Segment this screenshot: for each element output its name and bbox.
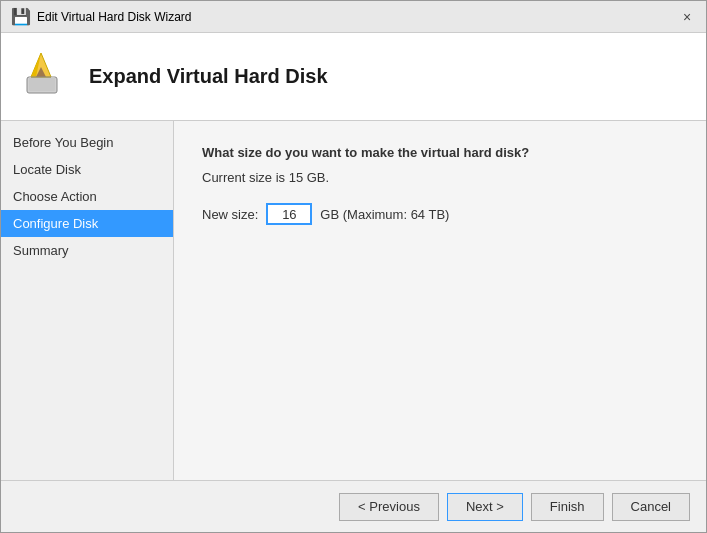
window-title: Edit Virtual Hard Disk Wizard [37, 10, 192, 24]
app-icon: 💾 [11, 7, 31, 26]
new-size-unit: GB (Maximum: 64 TB) [320, 207, 449, 222]
sidebar-item-configure-disk[interactable]: Configure Disk [1, 210, 173, 237]
content-area: Before You Begin Locate Disk Choose Acti… [1, 121, 706, 480]
sidebar: Before You Begin Locate Disk Choose Acti… [1, 121, 174, 480]
next-button[interactable]: Next > [447, 493, 523, 521]
sidebar-item-before-you-begin[interactable]: Before You Begin [1, 129, 173, 156]
sidebar-item-locate-disk[interactable]: Locate Disk [1, 156, 173, 183]
cancel-button[interactable]: Cancel [612, 493, 690, 521]
wizard-window: 💾 Edit Virtual Hard Disk Wizard × Expand… [0, 0, 707, 533]
svg-rect-1 [29, 77, 55, 91]
sidebar-item-choose-action[interactable]: Choose Action [1, 183, 173, 210]
wizard-title: Expand Virtual Hard Disk [89, 65, 328, 88]
new-size-label: New size: [202, 207, 258, 222]
previous-button[interactable]: < Previous [339, 493, 439, 521]
title-bar: 💾 Edit Virtual Hard Disk Wizard × [1, 1, 706, 33]
main-content: What size do you want to make the virtua… [174, 121, 706, 480]
sidebar-item-summary[interactable]: Summary [1, 237, 173, 264]
new-size-input[interactable] [266, 203, 312, 225]
title-bar-left: 💾 Edit Virtual Hard Disk Wizard [11, 7, 192, 26]
finish-button[interactable]: Finish [531, 493, 604, 521]
new-size-row: New size: GB (Maximum: 64 TB) [202, 203, 678, 225]
question-text: What size do you want to make the virtua… [202, 145, 678, 160]
footer: < Previous Next > Finish Cancel [1, 480, 706, 532]
current-size-text: Current size is 15 GB. [202, 170, 678, 185]
wizard-header: Expand Virtual Hard Disk [1, 33, 706, 121]
close-button[interactable]: × [678, 8, 696, 26]
header-icon [19, 47, 71, 107]
